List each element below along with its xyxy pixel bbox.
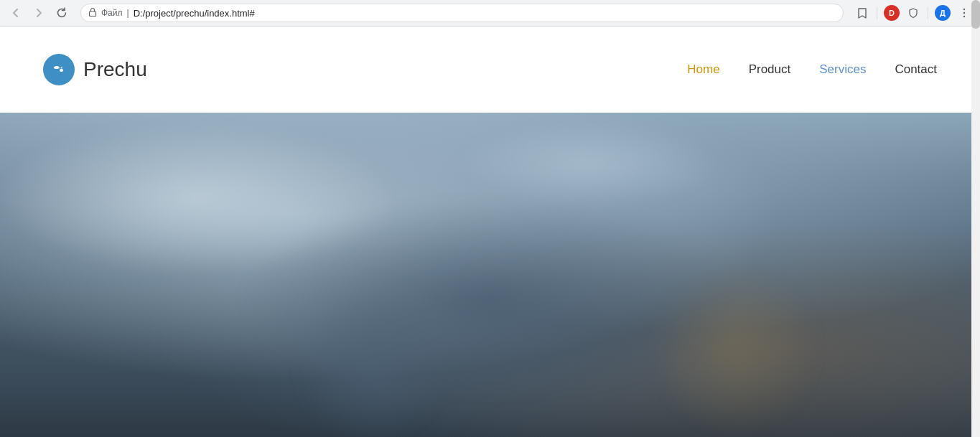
scrollbar-thumb[interactable] [971,0,980,29]
file-label: Файл [101,8,123,18]
svg-text:": " [59,64,62,75]
website: " " Prechu Home Product Services Contact [0,27,980,437]
svg-text:": " [53,64,57,75]
extension-red-button[interactable]: D [882,3,902,23]
nav-services[interactable]: Services [819,62,866,77]
lock-icon [88,7,97,19]
nav-contact[interactable]: Contact [895,62,937,77]
reload-button[interactable] [52,3,72,23]
shield-button[interactable] [903,3,923,23]
browser-chrome: Файл | D:/project/prechu/index.html# D [0,0,980,27]
svg-rect-0 [90,11,96,17]
logo-area: " " Prechu [43,54,147,85]
hero-overlay [0,113,980,437]
toolbar-icons: D Д [852,3,974,23]
address-url: D:/project/prechu/index.html# [134,8,836,19]
nav-home[interactable]: Home [687,62,719,77]
back-button[interactable] [6,3,26,23]
nav-product[interactable]: Product [749,62,791,77]
scrollbar[interactable] [971,0,980,437]
profile-button[interactable]: Д [933,3,953,23]
address-separator: | [127,8,129,18]
address-bar[interactable]: Файл | D:/project/prechu/index.html# [80,4,844,22]
svg-point-3 [963,16,965,17]
hero-section [0,113,980,437]
svg-point-1 [963,9,965,10]
svg-point-2 [963,12,965,14]
toolbar-divider2 [928,6,928,19]
extension-red-icon: D [884,5,900,21]
toolbar-divider [877,6,877,19]
profile-icon: Д [935,5,951,21]
forward-button[interactable] [29,3,49,23]
shield-icon [905,5,921,21]
logo-icon: " " [43,54,75,85]
site-header: " " Prechu Home Product Services Contact [0,27,980,113]
browser-toolbar: Файл | D:/project/prechu/index.html# D [0,0,980,26]
site-nav: Home Product Services Contact [687,62,937,77]
bookmark-button[interactable] [852,3,872,23]
logo-text: Prechu [83,58,147,81]
